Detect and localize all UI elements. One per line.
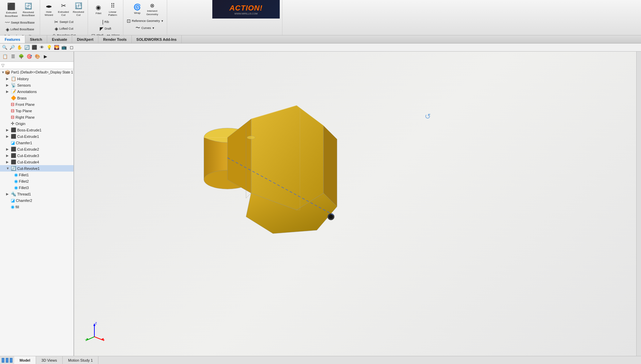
tab-model[interactable]: Model — [14, 356, 36, 364]
tree-item-cut-extrude3[interactable]: ▶ ⬛ Cut-Extrude3 — [0, 152, 73, 159]
panel-btn-tree[interactable]: 🌳 — [18, 53, 25, 60]
expander-thread1[interactable]: ▶ — [6, 192, 11, 196]
curves-icon: 〜 — [135, 25, 140, 31]
expander-cut-extrude4[interactable]: ▶ — [6, 160, 11, 164]
sensors-icon: 📡 — [11, 83, 16, 88]
features-row3: ◤ Draft — [98, 25, 113, 32]
panel-btn-properties[interactable]: 📋 — [1, 53, 9, 60]
mini-select-btn[interactable]: 🔍 — [1, 44, 8, 51]
expander-part1[interactable]: ▼ — [1, 70, 5, 74]
tree-item-chamfer1[interactable]: ▶ ◪ Chamfer1 — [0, 140, 73, 146]
panel-btn-nav[interactable]: ▶ — [42, 53, 49, 60]
tree-item-fill[interactable]: ▶ ◉ fill — [0, 204, 73, 210]
tab-render-tools[interactable]: Render Tools — [98, 35, 131, 43]
wrap-button[interactable]: 🌀 Wrap — [130, 3, 144, 16]
reference-geometry-icon: ⊡ — [127, 18, 131, 24]
tree-item-fillet1[interactable]: ▶ ◉ Fillet1 — [0, 172, 73, 178]
3d-viewport[interactable]: ↺ — [74, 52, 636, 356]
tree-item-fillet2[interactable]: ▶ ◉ Fillet2 — [0, 178, 73, 184]
hole-wizard-button[interactable]: 🕳 Hole Wizard — [42, 1, 56, 18]
tree-item-brass[interactable]: ▶ 🔶 Brass — [0, 95, 73, 101]
tree-item-cut-extrude1[interactable]: ▶ ⬛ Cut-Extrude1 — [0, 133, 73, 140]
expander-cut-extrude1[interactable]: ▶ — [6, 134, 11, 138]
expander-history[interactable]: ▶ — [6, 77, 11, 81]
tab-solidworks-addins[interactable]: SOLIDWORKS Add-Ins — [132, 35, 182, 43]
revolved-boss-button[interactable]: 🔄 Revolved Boss/Base — [20, 2, 36, 18]
intersect-button[interactable]: ⊗ Intersect Geometry — [145, 1, 160, 17]
tree-item-cut-extrude4[interactable]: ▶ ⬛ Cut-Extrude4 — [0, 159, 73, 165]
tab-motion-study-1[interactable]: Motion Study 1 — [63, 356, 98, 364]
tree-item-boss-extrude1[interactable]: ▶ ⬛ Boss-Extrude1 — [0, 127, 73, 133]
expander-cut-extrude3[interactable]: ▶ — [6, 154, 11, 157]
tree-item-right-plane[interactable]: ▶ ⊟ Right Plane — [0, 114, 73, 120]
expander-cut-extrude2[interactable]: ▶ — [6, 147, 11, 151]
tree-item-origin[interactable]: ▶ ✛ Origin — [0, 120, 73, 127]
progress-box-3 — [10, 358, 12, 363]
expander-cut-revolve1[interactable]: ▼ — [6, 166, 11, 170]
brass-icon: 🔶 — [11, 95, 16, 100]
tree-item-chamfer2[interactable]: ▶ ◪ Chamfer2 — [0, 197, 73, 204]
lofted-boss-button[interactable]: ◈ Lofted Boss/Base — [4, 26, 36, 33]
swept-boss-button[interactable]: 〰 Swept Boss/Base — [4, 19, 36, 26]
tab-features[interactable]: Features — [0, 35, 25, 43]
draft-icon: ◤ — [100, 26, 103, 31]
tree-item-fillet3[interactable]: ▶ ◉ Fillet3 — [0, 184, 73, 191]
panel-btn-target[interactable]: 🎯 — [26, 53, 33, 60]
expander-boss-extrude1[interactable]: ▶ — [6, 128, 11, 132]
panel-btn-list[interactable]: ☰ — [9, 53, 17, 60]
mini-display-btn[interactable]: 📺 — [61, 44, 67, 51]
status-bar — [0, 356, 14, 364]
curves-button[interactable]: 〜 Curves ▼ — [134, 24, 156, 32]
chamfer2-label: Chamfer2 — [16, 199, 32, 203]
tree-item-annotations[interactable]: ▶ 📝 Annotations — [0, 88, 73, 95]
svg-line-12 — [87, 337, 94, 340]
tree-item-history[interactable]: ▶ 📋 History — [0, 75, 73, 82]
fillet-button[interactable]: ◉ Fillet — [92, 3, 105, 16]
linear-pattern-icon: ⠿ — [111, 2, 115, 10]
mini-pan-btn[interactable]: ✋ — [16, 44, 23, 51]
tree-item-cut-extrude2[interactable]: ▶ ⬛ Cut-Extrude2 — [0, 146, 73, 152]
tab-3d-views[interactable]: 3D Views — [36, 356, 63, 364]
tree-item-thread1[interactable]: ▶ 🔩 Thread1 — [0, 191, 73, 197]
ref-geom-arrow[interactable]: ▼ — [161, 20, 164, 23]
tab-dimxpert[interactable]: DimXpert — [72, 35, 98, 43]
panel-toolbar: 📋 ☰ 🌳 🎯 🎨 ▶ — [0, 52, 73, 62]
curves-arrow[interactable]: ▼ — [152, 27, 155, 30]
draft-button[interactable]: ◤ Draft — [98, 25, 113, 32]
rib-button[interactable]: | Rib — [101, 19, 110, 25]
tab-sketch[interactable]: Sketch — [25, 35, 47, 43]
extruded-boss-button[interactable]: ⬛ Extruded Boss/Base — [3, 1, 20, 19]
mini-zoom-btn[interactable]: 🔎 — [9, 44, 16, 51]
tree-item-cut-revolve1[interactable]: ▼ 🔄 Cut-Revolve1 — [0, 165, 73, 172]
tab-evaluate[interactable]: Evaluate — [47, 35, 72, 43]
tree-item-part1[interactable]: ▼ 📦 Part1 (Default<<Default>_Display Sta… — [0, 69, 73, 75]
sensors-label: Sensors — [17, 83, 31, 87]
rib-icon: | — [102, 19, 103, 25]
tree-item-top-plane[interactable]: ▶ ⊟ Top Plane — [0, 108, 73, 114]
swept-cut-button[interactable]: ✂ Swept Cut — [53, 19, 75, 25]
expander-annotations[interactable]: ▶ — [6, 90, 11, 93]
mini-rotate-btn[interactable]: 🔄 — [24, 44, 30, 51]
mini-lights-btn[interactable]: 💡 — [46, 44, 53, 51]
curves-label: Curves — [141, 26, 151, 30]
panel-btn-color[interactable]: 🎨 — [34, 53, 41, 60]
features-row1: ◉ Fillet ⠿ Linear Pattern — [92, 1, 119, 18]
lofted-cut-button[interactable]: ◈ Lofted Cut — [53, 25, 75, 32]
boss-base-row3: ◈ Lofted Boss/Base — [4, 26, 36, 33]
mini-hide-btn[interactable]: ◻ — [68, 44, 75, 51]
tree-item-front-plane[interactable]: ▶ ⊟ Front Plane — [0, 101, 73, 108]
extruded-cut-button[interactable]: ✂ Extruded Cut — [56, 1, 70, 18]
mini-view-btn[interactable]: 👁 — [38, 44, 45, 51]
linear-pattern-button[interactable]: ⠿ Linear Pattern — [106, 1, 119, 18]
fillet1-label: Fillet1 — [19, 173, 29, 177]
cut-extrude2-icon: ⬛ — [11, 147, 16, 152]
revolved-cut-button[interactable]: 🔃 Revolved Cut — [71, 1, 86, 18]
expander-sensors[interactable]: ▶ — [6, 83, 11, 87]
mini-section-btn[interactable]: ⬛ — [31, 44, 38, 51]
reference-geometry-button[interactable]: ⊡ Reference Geometry ▼ — [125, 18, 165, 24]
mini-scene-btn[interactable]: 🌄 — [53, 44, 60, 51]
svg-text:Z: Z — [95, 322, 97, 325]
filter-bar: ▽ — [0, 62, 73, 69]
viewport-scrollbar[interactable] — [636, 52, 641, 356]
tree-item-sensors[interactable]: ▶ 📡 Sensors — [0, 82, 73, 88]
